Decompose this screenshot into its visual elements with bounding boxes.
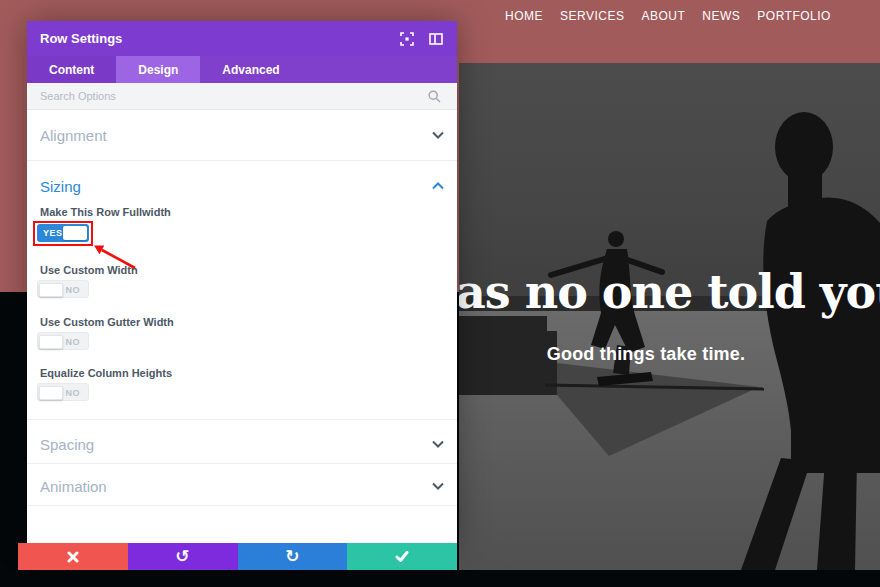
nav-item-about[interactable]: ABOUT: [641, 9, 685, 23]
toggle-equalize-value: NO: [66, 388, 81, 398]
option-label-gutter-width: Use Custom Gutter Width: [40, 316, 174, 328]
nav-item-portfolio[interactable]: PORTFOLIO: [757, 9, 831, 23]
hero-image: as no one told you? Good things take tim…: [459, 63, 880, 570]
section-spacing-label: Spacing: [40, 436, 94, 453]
divider: [27, 463, 457, 464]
option-label-fullwidth: Make This Row Fullwidth: [40, 206, 171, 218]
toggle-knob: [63, 226, 87, 240]
toggle-knob: [39, 386, 63, 400]
chevron-down-icon: [432, 482, 444, 490]
toggle-custom-width-value: NO: [66, 285, 81, 295]
divider: [27, 160, 457, 161]
toggle-fullwidth-value: YES: [43, 228, 63, 238]
option-label-equalize: Equalize Column Heights: [40, 367, 172, 379]
nav-item-news[interactable]: NEWS: [702, 9, 740, 23]
row-settings-modal: Row Settings Content Design Advanced: [27, 21, 457, 543]
search-bar: [27, 83, 457, 110]
x-icon: [67, 551, 79, 563]
section-alignment-label: Alignment: [40, 127, 107, 144]
nav-item-services[interactable]: SERVICES: [560, 9, 624, 23]
redo-button[interactable]: ↻: [238, 543, 348, 570]
toggle-knob: [39, 335, 63, 349]
section-animation-label: Animation: [40, 478, 107, 495]
modal-tabs: Content Design Advanced: [27, 56, 457, 83]
modal-footer: ↺ ↻: [18, 543, 457, 570]
toggle-knob: [39, 283, 63, 297]
toggle-gutter-width-value: NO: [66, 337, 81, 347]
section-alignment[interactable]: Alignment: [40, 120, 444, 150]
toggle-custom-width[interactable]: NO: [37, 280, 89, 298]
modal-header: Row Settings: [27, 21, 457, 56]
undo-icon: ↺: [176, 548, 190, 565]
search-input[interactable]: [40, 90, 428, 102]
section-spacing[interactable]: Spacing: [40, 429, 444, 459]
hero-subheading: Good things take time.: [459, 344, 833, 365]
search-icon: [428, 90, 441, 103]
nav-item-home[interactable]: HOME: [505, 9, 543, 23]
tab-design[interactable]: Design: [116, 56, 200, 83]
toggle-equalize[interactable]: NO: [37, 383, 89, 401]
option-label-custom-width: Use Custom Width: [40, 264, 138, 276]
modal-title: Row Settings: [40, 31, 122, 46]
chevron-down-icon: [432, 131, 444, 139]
hero-heading: as no one told you?: [459, 266, 880, 319]
toggle-gutter-width[interactable]: NO: [37, 332, 89, 350]
redo-icon: ↻: [285, 548, 299, 565]
modal-header-icons: [400, 32, 443, 46]
section-sizing[interactable]: Sizing: [40, 171, 444, 201]
cancel-button[interactable]: [18, 543, 128, 570]
check-icon: [395, 551, 409, 563]
toggle-fullwidth[interactable]: YES: [37, 224, 89, 242]
undo-button[interactable]: ↺: [128, 543, 238, 570]
chevron-down-icon: [432, 440, 444, 448]
screen: HOME SERVICES ABOUT NEWS PORTFOLIO: [0, 0, 880, 587]
nav-menu: HOME SERVICES ABOUT NEWS PORTFOLIO: [505, 9, 831, 23]
crosshair-icon[interactable]: [400, 32, 414, 46]
divider: [27, 419, 457, 420]
section-sizing-label: Sizing: [40, 178, 81, 195]
divider: [27, 505, 457, 506]
tab-content[interactable]: Content: [27, 56, 116, 83]
column-layout-icon[interactable]: [429, 32, 443, 46]
section-animation[interactable]: Animation: [40, 471, 444, 501]
chevron-up-icon: [432, 182, 444, 190]
save-button[interactable]: [347, 543, 457, 570]
modal-content: Alignment Sizing Make This Row Fullwidth…: [27, 110, 457, 543]
tab-advanced[interactable]: Advanced: [200, 56, 301, 83]
